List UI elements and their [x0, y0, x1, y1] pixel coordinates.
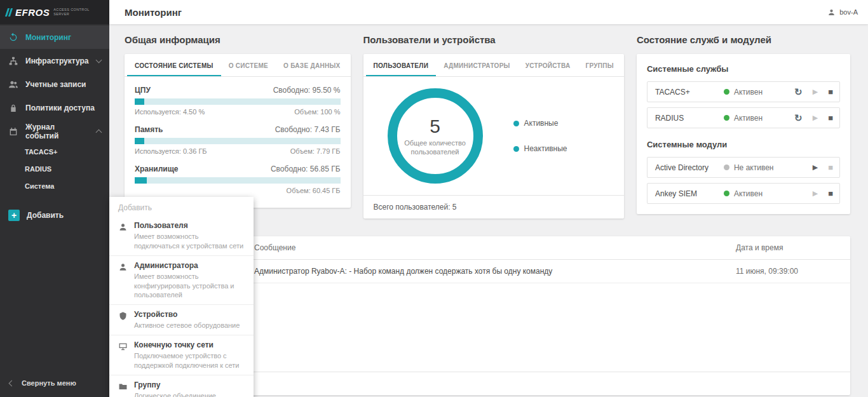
sidebar-item-add[interactable]: + Добавить — [0, 203, 109, 227]
sidebar-item-infrastructure[interactable]: Инфраструктура — [0, 49, 109, 72]
add-menu-item-group[interactable]: Группу Логическое объединение сущностей — [109, 375, 254, 397]
stop-service-icon[interactable]: ■ — [828, 88, 833, 96]
metric-name: Память — [135, 125, 163, 134]
users-total-value: 5 — [430, 116, 440, 137]
sidebar-subitem-system[interactable]: Система — [0, 177, 109, 194]
menu-item-label: Устройство — [134, 310, 240, 319]
tab-about-system[interactable]: О СИСТЕМЕ — [221, 54, 276, 76]
user-name: bov-A — [839, 8, 858, 16]
progress-fill — [135, 177, 147, 184]
users-icon — [8, 79, 18, 90]
service-status: Активен — [724, 114, 794, 123]
module-row-ankey-siem: Ankey SIEM Активен ▶ ■ — [647, 183, 840, 204]
device-icon — [118, 311, 128, 321]
metric-memory: Память Свободно: 7.43 ГБ Используется: 0… — [135, 125, 341, 156]
cell-message: Администратор Ryabov-A: - Набор команд д… — [254, 267, 736, 276]
legend-item-inactive: Неактивные — [513, 144, 567, 153]
services-group-title: Системные службы — [647, 64, 840, 74]
sidebar-item-label: Инфраструктура — [25, 57, 88, 65]
service-name: RADIUS — [655, 114, 724, 123]
users-devices-section: Пользователи и устройства ПОЛЬЗОВАТЕЛИ А… — [363, 34, 624, 219]
start-service-icon[interactable]: ▶ — [813, 88, 818, 95]
monitoring-icon — [8, 32, 18, 43]
section-title-general: Общая информация — [125, 34, 351, 45]
legend-dot — [513, 146, 519, 152]
module-status: Не активен — [724, 163, 813, 172]
status-dot — [724, 89, 729, 95]
sidebar-item-monitoring[interactable]: Мониторинг — [0, 25, 109, 49]
tab-devices[interactable]: УСТРОЙСТВА — [518, 54, 578, 76]
services-card: Системные службы TACACS+ Активен ↻ ▶ ■ — [637, 54, 850, 214]
service-status: Активен — [724, 88, 794, 97]
metric-total: Объем: 100 % — [294, 108, 340, 116]
progress-track — [135, 138, 341, 144]
sidebar: EFROS ACCESS CONTROL SERVER Мониторинг И… — [0, 0, 109, 397]
menu-item-label: Группу — [134, 380, 246, 389]
logo-mark-icon — [5, 8, 13, 17]
users-total-label: Общее количество пользователей — [404, 138, 466, 157]
tab-users[interactable]: ПОЛЬЗОВАТЕЛИ — [366, 54, 437, 76]
sidebar-subitem-radius[interactable]: RADIUS — [0, 160, 109, 177]
tab-administrators[interactable]: АДМИНИСТРАТОРЫ — [436, 54, 518, 76]
add-menu-item-user[interactable]: Пользователя Имеет возможность подключат… — [109, 216, 254, 256]
sidebar-subitem-tacacs[interactable]: TACACS+ — [0, 143, 109, 160]
sidebar-item-event-log[interactable]: Журнал событий — [0, 119, 109, 143]
add-menu-item-endpoint[interactable]: Конечную точку сети Подключаемое устройс… — [109, 335, 254, 375]
stop-module-icon[interactable]: ■ — [828, 163, 833, 172]
menu-item-description: Активное сетевое оборудование — [134, 321, 240, 330]
metric-used: Используется: 4.50 % — [135, 108, 205, 116]
restart-service-icon[interactable]: ↻ — [794, 87, 803, 97]
users-chart-area: 5 Общее количество пользователей Активны… — [363, 77, 624, 195]
page-title: Мониторинг — [125, 7, 182, 18]
progress-track — [135, 98, 341, 105]
legend-label: Неактивные — [524, 144, 567, 153]
app-logo: EFROS ACCESS CONTROL SERVER — [0, 0, 109, 24]
metric-used: Используется: 0.36 ГБ — [135, 147, 207, 156]
users-legend: Активные Неактивные — [513, 119, 567, 153]
add-menu-title: Добавить — [109, 197, 254, 216]
dashboard-grid: Общая информация СОСТОЯНИЕ СИСТЕМЫ О СИС… — [125, 34, 850, 219]
menu-item-label: Пользователя — [134, 221, 246, 230]
tab-groups[interactable]: ГРУППЫ — [578, 54, 621, 76]
general-info-section: Общая информация СОСТОЯНИЕ СИСТЕМЫ О СИС… — [125, 34, 351, 208]
sidebar-item-access-policies[interactable]: Политики доступа — [0, 96, 109, 119]
module-name: Ankey SIEM — [655, 189, 724, 198]
admin-icon — [118, 262, 128, 272]
menu-item-description: Подключаемое устройство с поддержкой под… — [134, 351, 246, 370]
topbar: Мониторинг bov-A — [109, 0, 868, 24]
progress-track — [135, 177, 341, 184]
general-tabs: СОСТОЯНИЕ СИСТЕМЫ О СИСТЕМЕ О БАЗЕ ДАННЫ… — [125, 54, 351, 77]
add-menu-item-administrator[interactable]: Администратора Имеет возможность конфигу… — [109, 256, 254, 306]
start-service-icon[interactable]: ▶ — [813, 114, 818, 121]
menu-item-label: Администратора — [134, 261, 246, 270]
metric-name: ЦПУ — [135, 86, 151, 95]
collapse-menu-label: Свернуть меню — [22, 379, 76, 387]
user-menu[interactable]: bov-A — [827, 8, 858, 17]
users-devices-card: ПОЛЬЗОВАТЕЛИ АДМИНИСТРАТОРЫ УСТРОЙСТВА Г… — [363, 54, 624, 219]
start-module-icon[interactable]: ▶ — [813, 164, 818, 171]
cell-datetime: 11 июня, 09:39:00 — [736, 267, 850, 276]
sidebar-item-accounts[interactable]: Учетные записи — [0, 72, 109, 96]
sidebar-nav: Мониторинг Инфраструктура Учетные записи… — [0, 24, 109, 227]
metric-free: Свободно: 56.85 ГБ — [271, 165, 341, 173]
start-module-icon[interactable]: ▶ — [813, 190, 818, 197]
stop-service-icon[interactable]: ■ — [828, 114, 833, 122]
restart-service-icon[interactable]: ↻ — [794, 113, 803, 123]
module-name: Active Directory — [655, 163, 724, 172]
service-name: TACACS+ — [655, 88, 724, 97]
add-menu-item-device[interactable]: Устройство Активное сетевое оборудование — [109, 305, 254, 335]
metric-total: Объем: 7.79 ГБ — [290, 147, 341, 156]
sidebar-item-label: Добавить — [27, 211, 64, 220]
stop-module-icon[interactable]: ■ — [828, 189, 833, 198]
progress-fill — [135, 138, 144, 144]
section-title-services: Состояние служб и модулей — [637, 34, 850, 45]
infrastructure-icon — [8, 56, 18, 66]
chevron-down-icon — [96, 57, 102, 63]
tab-system-state[interactable]: СОСТОЯНИЕ СИСТЕМЫ — [127, 54, 221, 76]
module-row-active-directory: Active Directory Не активен ▶ ■ — [647, 157, 840, 178]
chevron-left-icon — [9, 380, 15, 386]
collapse-menu-button[interactable]: Свернуть меню — [0, 369, 109, 397]
module-status: Активен — [724, 189, 813, 198]
tab-about-database[interactable]: О БАЗЕ ДАННЫХ — [276, 54, 348, 76]
add-menu-popup: Добавить Пользователя Имеет возможность … — [109, 197, 254, 397]
